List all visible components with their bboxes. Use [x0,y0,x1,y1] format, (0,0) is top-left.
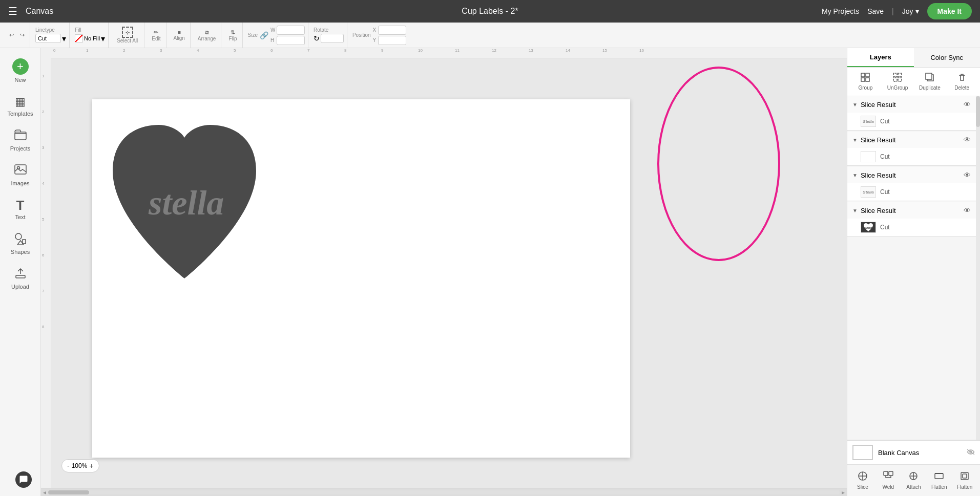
y-input[interactable] [378,36,406,45]
fill-group: Fill No Fill ▾ [72,23,109,48]
tab-layers[interactable]: Layers [847,48,914,67]
weld-button[interactable]: Weld [876,468,901,493]
width-input[interactable] [277,26,305,35]
images-icon [14,164,27,178]
svg-rect-17 [926,73,932,79]
design-element[interactable]: stella [102,110,266,301]
layer-3-cut-label: Cut [880,188,890,196]
right-panel-tabs: Layers Color Sync [847,48,980,68]
select-all-button[interactable]: ⊹ Select All [114,25,141,46]
sidebar-item-new[interactable]: + New [0,52,40,89]
svg-rect-13 [898,73,902,77]
layers-scrollbar[interactable] [976,96,980,440]
layer-group-4-header[interactable]: ▼ Slice Result 👁 [847,202,976,219]
scroll-left-button[interactable]: ◂ [43,489,46,496]
tab-color-sync[interactable]: Color Sync [914,48,981,67]
layers-scrollbar-thumb[interactable] [976,96,980,127]
templates-icon: ▦ [15,95,26,109]
my-projects-link[interactable]: My Projects [822,7,859,15]
svg-rect-15 [898,78,902,81]
layer-2-cut-label: Cut [880,153,890,160]
layer-2-title: Slice Result [861,136,964,144]
svg-rect-10 [861,78,865,81]
layers-container: ▼ Slice Result 👁 Stella Cut ▼ [847,96,980,440]
svg-rect-24 [889,471,893,476]
layer-group-1: ▼ Slice Result 👁 Stella Cut [847,96,976,131]
sidebar-item-shapes[interactable]: Shapes [0,226,40,261]
shapes-icon [14,232,27,247]
header-right: My Projects Save | Joy ▾ Make It [822,3,972,19]
sidebar-item-projects[interactable]: Projects [0,123,40,158]
new-icon: + [12,58,29,75]
sidebar-item-text[interactable]: T Text [0,192,40,226]
flatten-icon [934,471,944,483]
layer-group-2-header[interactable]: ▼ Slice Result 👁 [847,132,976,148]
svg-rect-30 [961,472,968,480]
make-it-button[interactable]: Make It [927,3,972,19]
slice-button[interactable]: Slice [850,468,875,493]
layer-group-3-header[interactable]: ▼ Slice Result 👁 [847,167,976,183]
rotate-input[interactable] [321,34,344,43]
svg-rect-9 [866,73,869,77]
duplicate-button[interactable]: Duplicate [915,71,945,93]
attach-icon [908,471,919,483]
linetype-chevron: ▾ [62,34,66,44]
edit-icon: ✏ [154,29,158,36]
canvas-viewport[interactable]: stella - 100% + [51,58,847,488]
svg-rect-11 [866,78,869,81]
height-input[interactable] [277,36,305,45]
layer-group-1-header[interactable]: ▼ Slice Result 👁 [847,96,976,113]
position-group: Position X Y [349,23,409,48]
ungroup-label: UnGroup [887,85,908,91]
flatten-button[interactable]: Flatten [927,468,951,493]
x-input[interactable] [378,26,406,35]
canvas-scrollbar[interactable]: ◂ ▸ [41,488,847,496]
redo-button[interactable]: ↪ [18,30,27,40]
lock-icon: 🔗 [260,31,268,39]
svg-marker-4 [23,240,26,244]
canvas-area: 0 1 2 3 4 5 6 7 8 9 10 11 12 13 14 15 16 [41,48,847,496]
save-button[interactable]: Save [867,7,884,15]
menu-icon[interactable]: ☰ [8,5,17,17]
layer-2-visibility-button[interactable]: 👁 [964,136,971,144]
layer-3-visibility-button[interactable]: 👁 [964,171,971,179]
arrange-button[interactable]: ⧉ Arrange [196,27,218,44]
sidebar-item-images[interactable]: Images [0,158,40,192]
chat-bubble-button[interactable] [15,471,32,488]
group-button[interactable]: Group [850,71,881,93]
linetype-input[interactable] [35,34,61,43]
svg-rect-23 [884,471,888,476]
sidebar-item-upload[interactable]: Upload [0,261,40,296]
flip-icon: ⇅ [231,29,235,36]
user-menu[interactable]: Joy ▾ [902,7,919,15]
layer-4-cut-label: Cut [880,224,890,231]
user-name: Joy [902,7,913,15]
flip-button[interactable]: ⇅ Flip [226,27,239,44]
flatten2-button[interactable]: Flatten [952,468,977,493]
zoom-level: 100% [72,462,88,469]
layer-2-item: Cut [847,148,976,165]
layer-1-visibility-button[interactable]: 👁 [964,100,971,109]
scrollbar-thumb[interactable] [48,490,89,494]
blank-canvas-row: Blank Canvas [847,441,980,465]
h-label: H [270,37,277,43]
sidebar-item-templates[interactable]: ▦ Templates [0,89,40,123]
scrollbar-track[interactable] [48,490,840,494]
attach-button[interactable]: Attach [902,468,926,493]
left-sidebar: + New ▦ Templates Projects [0,48,41,496]
x-label: X [373,27,378,33]
scroll-right-button[interactable]: ▸ [842,489,845,496]
zoom-out-button[interactable]: - [67,462,70,470]
delete-button[interactable]: Delete [947,71,977,93]
right-panel-toolbar: Group UnGroup [847,68,980,96]
ruler-vertical: 1 2 3 4 5 6 7 8 [41,58,51,488]
zoom-in-button[interactable]: + [89,462,93,470]
undo-button[interactable]: ↩ [7,30,16,40]
ruler-horizontal: 0 1 2 3 4 5 6 7 8 9 10 11 12 13 14 15 16 [51,48,847,58]
layer-4-visibility-button[interactable]: 👁 [964,206,971,214]
align-button[interactable]: ≡ Align [172,27,187,43]
right-panel: Layers Color Sync Group [847,48,980,496]
ungroup-button[interactable]: UnGroup [883,71,913,93]
edit-button[interactable]: ✏ Edit [150,27,162,44]
blank-canvas-visibility-button[interactable] [967,449,975,457]
